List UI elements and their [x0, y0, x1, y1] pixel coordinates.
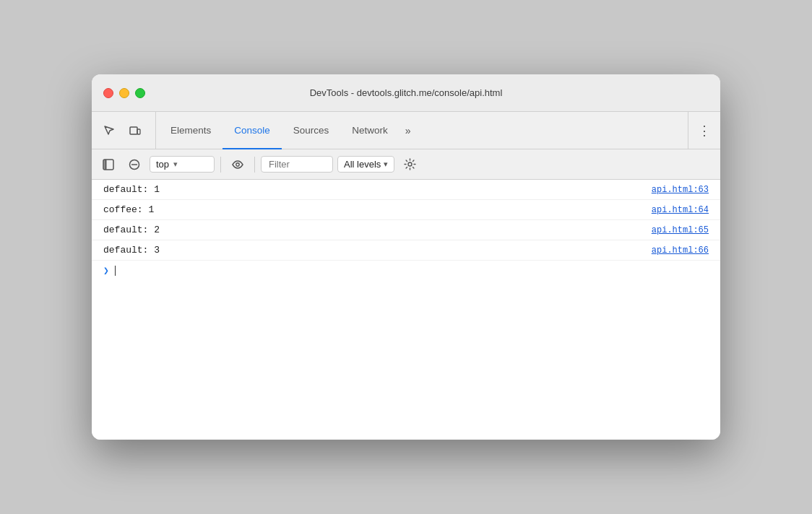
devtools-window: DevTools - devtools.glitch.me/console/ap…	[92, 74, 720, 440]
log-text: coffee: 1	[103, 204, 640, 215]
tab-sources[interactable]: Sources	[282, 113, 341, 149]
inspect-element-button[interactable]	[98, 119, 121, 142]
separator2	[254, 157, 255, 173]
separator	[220, 157, 221, 173]
titlebar: DevTools - devtools.glitch.me/console/ap…	[92, 74, 720, 112]
devtools-icons	[98, 112, 156, 149]
traffic-lights	[103, 88, 145, 98]
log-row: coffee: 1 api.html:64	[92, 200, 720, 220]
console-settings-button[interactable]	[399, 154, 420, 175]
filter-input[interactable]	[261, 156, 333, 173]
svg-point-8	[408, 162, 412, 166]
cursor	[115, 266, 116, 276]
prompt-icon: ❯	[103, 265, 109, 276]
context-arrow: ▾	[173, 160, 178, 169]
maximize-button[interactable]	[135, 88, 145, 98]
tabs-overflow-button[interactable]: »	[399, 112, 417, 149]
tab-network[interactable]: Network	[340, 113, 399, 149]
level-arrow: ▾	[384, 160, 388, 169]
log-row: default: 3 api.html:66	[92, 240, 720, 261]
window-title: DevTools - devtools.glitch.me/console/ap…	[310, 87, 503, 98]
log-source[interactable]: api.html:66	[652, 245, 709, 256]
log-text: default: 1	[103, 184, 640, 195]
log-source[interactable]: api.html:64	[652, 205, 709, 215]
device-toggle-button[interactable]	[124, 119, 147, 142]
log-level-selector[interactable]: All levels ▾	[337, 156, 394, 173]
log-source[interactable]: api.html:63	[652, 185, 709, 195]
svg-point-7	[236, 162, 239, 165]
log-row: default: 1 api.html:63	[92, 180, 720, 200]
context-selector[interactable]: top ▾	[150, 156, 215, 173]
log-text: default: 3	[103, 245, 640, 256]
toolbar-end: ⋮	[688, 112, 714, 149]
svg-rect-0	[130, 127, 137, 134]
close-button[interactable]	[103, 88, 113, 98]
minimize-button[interactable]	[119, 88, 129, 98]
svg-rect-1	[137, 129, 140, 134]
live-expressions-button[interactable]	[227, 154, 249, 175]
log-row: default: 2 api.html:65	[92, 220, 720, 240]
log-text: default: 2	[103, 225, 640, 235]
sidebar-toggle-button[interactable]	[98, 154, 119, 175]
tabs: Elements Console Sources Network »	[159, 112, 688, 149]
tab-bar: Elements Console Sources Network » ⋮	[92, 112, 720, 149]
clear-console-button[interactable]	[124, 154, 145, 175]
console-input-row[interactable]: ❯	[92, 261, 720, 281]
console-bar: top ▾ All levels ▾	[92, 149, 720, 180]
tab-console[interactable]: Console	[223, 113, 282, 149]
console-output: default: 1 api.html:63 coffee: 1 api.htm…	[92, 180, 720, 440]
log-source[interactable]: api.html:65	[652, 225, 709, 235]
more-options-button[interactable]: ⋮	[694, 121, 714, 141]
tab-elements[interactable]: Elements	[159, 113, 223, 149]
